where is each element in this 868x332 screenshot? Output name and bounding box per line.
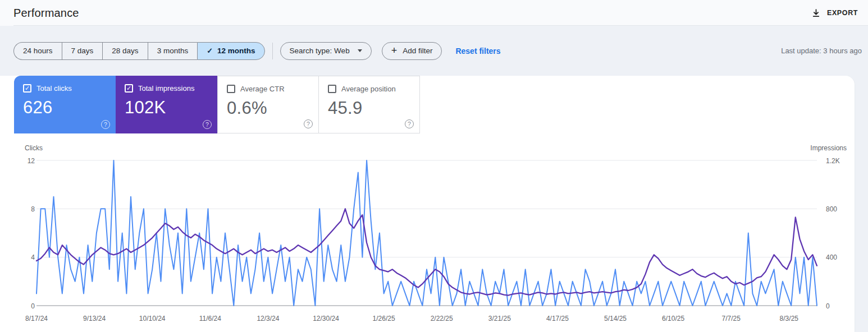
x-axis-tick-label: 11/6/24 [199, 315, 221, 322]
right-axis-tick-label: 400 [826, 253, 837, 261]
metric-label: Average CTR [240, 85, 285, 93]
checkbox-unchecked-icon[interactable] [227, 85, 235, 93]
x-axis-tick-label: 12/3/24 [257, 315, 279, 322]
left-axis-tick-label: 12 [28, 157, 35, 165]
performance-chart[interactable]: 0044008800121.2KClicksImpressions8/17/24… [0, 142, 855, 332]
tab-label: 12 months [217, 47, 255, 55]
page-title: Performance [13, 7, 79, 20]
chevron-down-icon [358, 49, 362, 52]
right-axis-tick-label: 800 [826, 205, 837, 213]
reset-filters-link[interactable]: Reset filters [452, 44, 504, 58]
metric-card-header: Average position [328, 85, 412, 93]
tab-label: 28 days [112, 47, 138, 55]
add-filter-label: Add filter [403, 47, 432, 55]
tab-range-7-days[interactable]: 7 days [62, 42, 103, 60]
tab-label: 7 days [71, 47, 94, 55]
right-axis-tick-label: 0 [826, 302, 830, 310]
x-axis-tick-label: 9/13/24 [83, 315, 106, 322]
checkbox-checked-icon[interactable]: ✓ [23, 84, 31, 93]
metric-label: Total clicks [36, 84, 72, 93]
clicks-impressions-chart[interactable]: 0044008800121.2KClicksImpressions8/17/24… [0, 142, 855, 332]
series-line-clicks[interactable] [36, 160, 817, 306]
tab-range-24-hours[interactable]: 24 hours [13, 42, 62, 60]
x-axis-tick-label: 4/17/25 [546, 315, 569, 322]
plus-icon: + [391, 45, 398, 56]
checkbox-unchecked-icon[interactable] [328, 85, 336, 93]
metric-card-average-ctr[interactable]: Average CTR0.6%? [217, 76, 319, 133]
checkbox-checked-icon[interactable]: ✓ [125, 84, 133, 93]
metric-card-header: ✓Total clicks [23, 84, 108, 93]
tab-range-28-days[interactable]: 28 days [102, 42, 147, 60]
metric-value: 45.9 [328, 98, 412, 118]
check-icon: ✓ [207, 47, 213, 55]
x-axis-tick-label: 12/30/24 [313, 315, 339, 322]
x-axis-tick-label: 1/26/25 [373, 315, 395, 322]
metric-card-total-clicks[interactable]: ✓Total clicks626? [14, 76, 116, 133]
series-line-impressions[interactable] [36, 209, 817, 295]
x-axis-tick-label: 2/22/25 [431, 315, 453, 322]
metric-value: 0.6% [227, 98, 310, 118]
help-icon[interactable]: ? [304, 119, 313, 128]
x-axis-tick-label: 6/10/25 [662, 315, 684, 322]
x-axis-tick-label: 8/17/24 [25, 315, 48, 322]
left-axis-tick-label: 8 [31, 205, 35, 213]
download-icon [811, 8, 821, 18]
right-axis-title: Impressions [810, 144, 847, 152]
export-button[interactable]: EXPORT [807, 5, 862, 21]
help-icon[interactable]: ? [203, 120, 212, 129]
metric-card-header: Average CTR [227, 85, 310, 93]
metric-label: Total impressions [138, 84, 194, 93]
export-label: EXPORT [827, 9, 858, 17]
metric-card-average-position[interactable]: Average position45.9? [318, 76, 420, 133]
search-type-label: Search type: Web [290, 47, 350, 55]
help-icon[interactable]: ? [405, 119, 414, 128]
x-axis-tick-label: 7/7/25 [722, 315, 741, 322]
add-filter-button[interactable]: + Add filter [382, 42, 442, 60]
x-axis-tick-label: 5/14/25 [604, 315, 627, 322]
x-axis-tick-label: 8/3/25 [780, 315, 799, 322]
tab-range-3-months[interactable]: 3 months [148, 42, 198, 60]
metric-value: 102K [125, 98, 209, 118]
date-range-tabs: 24 hours7 days28 days3 months✓12 months [13, 42, 265, 60]
left-axis-tick-label: 4 [31, 253, 35, 261]
content-card: ✓Total clicks626?✓Total impressions102K?… [0, 76, 855, 332]
metric-value: 626 [23, 98, 108, 118]
tab-label: 3 months [157, 47, 189, 55]
x-axis-tick-label: 3/21/25 [488, 315, 511, 322]
x-axis-tick-label: 10/10/24 [139, 315, 166, 322]
tab-range-12-months[interactable]: ✓12 months [197, 42, 264, 60]
tab-label: 24 hours [23, 47, 53, 55]
search-type-dropdown[interactable]: Search type: Web [280, 42, 372, 60]
metric-card-header: ✓Total impressions [125, 84, 209, 93]
help-icon[interactable]: ? [101, 120, 110, 129]
divider [272, 43, 273, 59]
page-header: Performance EXPORT [0, 0, 868, 26]
metric-cards: ✓Total clicks626?✓Total impressions102K?… [0, 76, 855, 133]
last-update-text: Last update: 3 hours ago [781, 47, 862, 55]
filter-bar: 24 hours7 days28 days3 months✓12 months … [0, 26, 868, 76]
metric-label: Average position [341, 85, 396, 93]
left-axis-title: Clicks [25, 144, 43, 152]
metric-card-total-impressions[interactable]: ✓Total impressions102K? [116, 76, 217, 133]
left-axis-tick-label: 0 [31, 302, 35, 310]
right-axis-tick-label: 1.2K [826, 157, 840, 165]
